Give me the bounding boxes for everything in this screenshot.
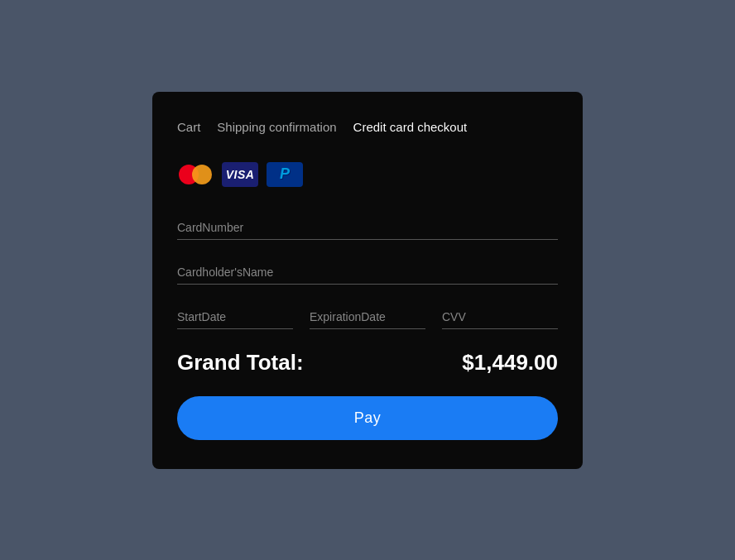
card-number-input[interactable]: [177, 216, 558, 240]
payment-icons-row: VISA P: [177, 162, 558, 187]
checkout-modal: Cart Shipping confirmation Credit card c…: [152, 92, 583, 469]
paypal-p-letter: P: [280, 165, 290, 183]
cardholder-name-input[interactable]: [177, 261, 558, 285]
cvv-input[interactable]: [442, 305, 558, 329]
pay-button[interactable]: Pay: [177, 396, 558, 440]
grand-total-section: Grand Total: $1,449.00: [177, 350, 558, 376]
grand-total-label: Grand Total:: [177, 350, 304, 376]
tab-shipping[interactable]: Shipping confirmation: [217, 117, 336, 137]
card-number-group: [177, 216, 558, 240]
expiration-date-input[interactable]: [310, 305, 425, 329]
tab-cart[interactable]: Cart: [177, 117, 200, 137]
tab-credit-card[interactable]: Credit card checkout: [353, 117, 468, 137]
cvv-col: [442, 305, 558, 329]
date-cvv-row: [177, 305, 558, 329]
mastercard-circle-right: [192, 165, 212, 184]
grand-total-amount: $1,449.00: [462, 350, 558, 376]
expiration-date-col: [310, 305, 425, 329]
start-date-input[interactable]: [177, 305, 293, 329]
nav-tabs: Cart Shipping confirmation Credit card c…: [177, 117, 558, 137]
visa-icon[interactable]: VISA: [222, 162, 258, 187]
visa-text: VISA: [226, 168, 255, 181]
cardholder-name-group: [177, 261, 558, 285]
paypal-icon[interactable]: P: [267, 162, 303, 187]
mastercard-icon[interactable]: [177, 162, 214, 187]
start-date-col: [177, 305, 293, 329]
